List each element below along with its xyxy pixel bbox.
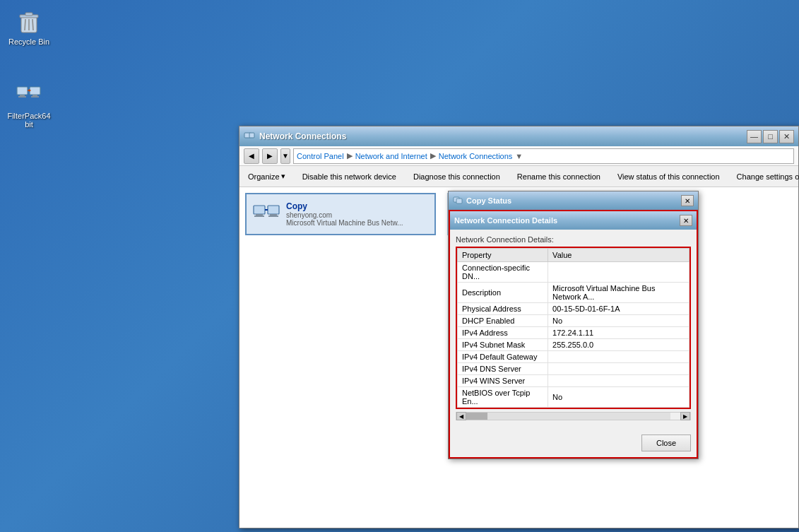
nc-titlebar-buttons: — □ ✕ [747,130,794,143]
ncd-scrollbar[interactable]: ◀ ▶ [456,412,691,420]
disable-network-device-button[interactable]: Disable this network device [297,168,402,185]
ncd-scrollbar-thumb[interactable] [466,413,487,420]
nc-content: Copy shenyong.com Microsoft Virtual Mach… [239,187,798,528]
nc-close-button[interactable]: ✕ [779,130,794,143]
scroll-left-button[interactable]: ◀ [456,412,466,420]
filterpack-icon[interactable]: FilterPack64bit [4,78,54,131]
back-button[interactable]: ◀ [244,148,259,164]
ncd-property-cell: IPv4 Default Gateway [458,351,548,363]
table-row[interactable]: IPv4 Default Gateway [458,351,689,363]
organize-button[interactable]: Organize ▾ [242,168,291,185]
svg-rect-17 [256,214,263,215]
network-connections-window: Network Connections — □ ✕ ◀ ▶ ▼ Control … [239,126,799,528]
ncd-table: Property Value Connection-specific DN...… [457,248,689,408]
nc-toolbar: Organize ▾ Disable this network device D… [239,166,798,187]
ncd-value-cell: 255.255.0.0 [548,339,689,351]
address-crumb-ni[interactable]: Network and Internet [355,152,427,160]
ncd-section-label: Network Connection Details: [456,235,691,244]
ncd-close-x-button[interactable]: ✕ [680,215,692,226]
ncd-property-cell: DHCP Enabled [458,315,548,327]
ncd-scrollbar-track[interactable] [476,413,670,420]
ncd-table-wrapper: Property Value Connection-specific DN...… [456,247,691,409]
connection-copy[interactable]: Copy shenyong.com Microsoft Virtual Mach… [245,193,436,235]
connection-copy-info: Copy shenyong.com Microsoft Virtual Mach… [286,201,403,227]
diagnose-connection-button[interactable]: Diagnose this connection [408,168,506,185]
ncd-value-cell [548,262,689,283]
ncd-content: Network Connection Details: Property Val… [450,230,697,429]
ncd-value-cell [548,375,689,387]
address-crumb-cp[interactable]: Control Panel [297,152,344,160]
filterpack-label: FilterPack64bit [6,112,52,129]
svg-rect-15 [249,133,254,138]
table-row[interactable]: IPv4 Subnet Mask255.255.0.0 [458,339,689,351]
table-row[interactable]: NetBIOS over Tcpip En...No [458,387,689,408]
ncd-value-cell: No [548,387,689,408]
table-row[interactable]: Connection-specific DN... [458,262,689,283]
ncd-value-cell [548,351,689,363]
svg-rect-8 [18,96,26,97]
ncd-title: Network Connection Details [454,216,680,225]
nav-dropdown-button[interactable]: ▼ [280,148,290,164]
nc-maximize-button[interactable]: □ [763,130,778,143]
rename-connection-button[interactable]: Rename this connection [511,168,606,185]
address-bar-field[interactable]: Control Panel ▶ Network and Internet ▶ N… [293,148,794,164]
copy-status-titlebar[interactable]: Copy Status ✕ [449,191,698,210]
ncd-close-button[interactable]: Close [641,435,691,451]
svg-rect-2 [25,13,32,16]
table-row[interactable]: IPv4 Address172.24.1.11 [458,327,689,339]
nc-minimize-button[interactable]: — [747,130,762,143]
ncd-property-cell: IPv4 Address [458,327,548,339]
ncd-value-cell: Microsoft Virtual Machine Bus Network A.… [548,283,689,303]
svg-line-5 [32,19,33,30]
svg-rect-18 [254,215,264,217]
svg-rect-33 [456,199,462,203]
connection-copy-sub2: Microsoft Virtual Machine Bus Netw... [286,219,403,227]
nc-window-icon [244,131,255,142]
svg-rect-11 [31,96,39,97]
ncd-property-cell: Physical Address [458,303,548,315]
recycle-bin-label: Recycle Bin [8,37,49,46]
ncd-col-property: Property [458,249,548,262]
table-row[interactable]: IPv4 DNS Server [458,363,689,375]
ncd-property-cell: NetBIOS over Tcpip En... [458,387,548,408]
address-crumb-nc[interactable]: Network Connections [439,152,513,160]
svg-rect-10 [32,95,37,96]
ncd-property-cell: Description [458,283,548,303]
ncd-value-cell: 172.24.1.11 [548,327,689,339]
ncd-property-cell: IPv4 DNS Server [458,363,548,375]
ncd-titlebar[interactable]: Network Connection Details ✕ [450,211,697,230]
table-row[interactable]: IPv4 WINS Server [458,375,689,387]
recycle-bin-icon[interactable]: Recycle Bin [4,4,54,49]
ncd-value-cell: No [548,315,689,327]
scroll-right-button[interactable]: ▶ [680,412,690,420]
ncd-footer: Close [450,429,697,457]
copy-status-dialog: Copy Status ✕ Network Connection Details… [448,191,699,459]
copy-status-close-button[interactable]: ✕ [681,195,694,206]
table-row[interactable]: DHCP EnabledNo [458,315,689,327]
table-row[interactable]: Physical Address00-15-5D-01-6F-1A [458,303,689,315]
copy-status-title: Copy Status [466,196,681,205]
nc-window-title: Network Connections [259,131,747,141]
svg-rect-19 [268,206,279,214]
nc-titlebar[interactable]: Network Connections — □ ✕ [239,126,798,146]
svg-rect-7 [20,95,25,96]
ncd-col-value: Value [548,249,689,262]
copy-status-icon [453,196,463,206]
view-status-button[interactable]: View status of this connection [612,168,726,185]
connection-copy-name: Copy [286,201,403,211]
connection-copy-sub1: shenyong.com [286,211,403,219]
ncd-dialog: Network Connection Details ✕ Network Con… [449,210,698,459]
connection-copy-icon [252,200,280,228]
table-row[interactable]: DescriptionMicrosoft Virtual Machine Bus… [458,283,689,303]
change-settings-button[interactable]: Change settings of this co... [731,168,799,185]
svg-rect-9 [30,87,40,95]
forward-button[interactable]: ▶ [262,148,278,164]
ncd-property-cell: IPv4 Subnet Mask [458,339,548,351]
ncd-property-cell: IPv4 WINS Server [458,375,548,387]
svg-rect-20 [270,214,277,215]
svg-line-3 [25,19,25,30]
svg-rect-21 [268,215,278,217]
svg-rect-16 [254,206,265,214]
nc-addressbar: ◀ ▶ ▼ Control Panel ▶ Network and Intern… [239,146,798,166]
ncd-property-cell: Connection-specific DN... [458,262,548,283]
